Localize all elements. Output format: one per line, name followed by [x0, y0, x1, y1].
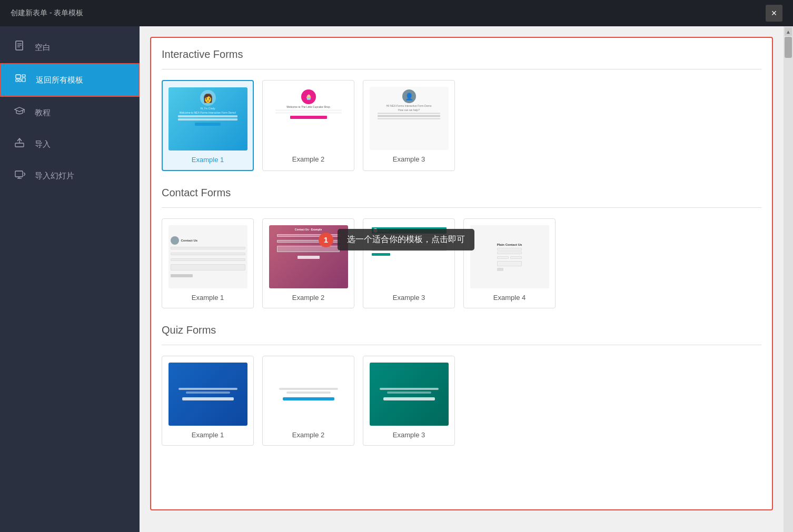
- pc-title: Plain Contact Us: [497, 243, 522, 246]
- quiz-example-1-label: Example 1: [192, 431, 224, 439]
- c2-btn: [298, 256, 320, 259]
- quiz-example-3-label: Example 3: [393, 431, 425, 439]
- interactive-thumb-2: 🧁 Welcome to The Little Cupcake Shop: [269, 87, 348, 150]
- cp-btn-1: [171, 274, 193, 277]
- quiz-forms-section: Quiz Forms Example 1: [162, 324, 761, 446]
- tutorial-icon: [13, 105, 26, 120]
- tooltip-badge: 1: [319, 233, 333, 247]
- contact-example-4-label: Example 4: [493, 294, 526, 302]
- blank-icon: [13, 40, 26, 55]
- interactive-thumb-3: 👤 Hi! NEX-Forms Interactive Form Demo Ho…: [370, 87, 449, 150]
- quiz-thumb-1: [168, 363, 247, 426]
- contact-thumb-1: Contact Us: [168, 225, 247, 288]
- c2-title: Contact Us - Example: [295, 228, 322, 231]
- cup-line-1: [275, 109, 342, 111]
- contact-forms-divider: [162, 207, 761, 208]
- pc-field-3b: [510, 256, 522, 259]
- quiz-forms-title: Quiz Forms: [162, 324, 761, 336]
- interactive-thumb-1: 👩 Hi, I'm Cindy Welcome to NEX-Forms Int…: [168, 87, 247, 150]
- sidebar-item-return-label: 返回所有模板: [36, 75, 83, 85]
- person-icon: 👩: [200, 90, 216, 106]
- cp-field-4: [171, 264, 245, 270]
- interactive-forms-section: Interactive Forms 👩 Hi, I'm Cindy Welcom…: [162, 48, 761, 171]
- svg-rect-10: [15, 143, 24, 147]
- svg-rect-8: [22, 78, 25, 82]
- grey-text-2: How can we help?: [398, 108, 420, 112]
- scrollbar: ▲: [784, 26, 793, 532]
- cp-row-1: Contact Us: [171, 236, 245, 245]
- import-slides-icon: [13, 168, 26, 183]
- cp-field-3: [171, 258, 245, 261]
- cp-avatar-1: [171, 236, 179, 245]
- svg-rect-5: [16, 79, 18, 82]
- quiz-thumb-2: [269, 363, 348, 426]
- sidebar-item-blank[interactable]: 空白: [0, 32, 140, 63]
- pc-field-1: [497, 248, 522, 250]
- grey-text-1: Hi! NEX-Forms Interactive Form Demo: [386, 104, 432, 107]
- svg-rect-12: [15, 171, 23, 177]
- cup-btn: [290, 116, 327, 119]
- cupcake-logo: 🧁: [301, 89, 316, 104]
- sidebar-item-return[interactable]: 返回所有模板: [0, 63, 140, 97]
- interactive-example-1-label: Example 1: [192, 156, 224, 164]
- app-title: 创建新表单 - 表单模板: [11, 8, 83, 18]
- preview-line-2: [178, 118, 238, 121]
- quiz-form-example-3[interactable]: Example 3: [363, 356, 455, 446]
- preview-text-2: Welcome to NEX-Forms Interactive Form De…: [180, 111, 236, 114]
- preview-text-1: Hi, I'm Cindy: [200, 107, 215, 110]
- tooltip-text: 选一个适合你的模板，点击即可: [338, 229, 474, 250]
- contact-form-example-1[interactable]: Contact Us Example 1: [162, 218, 254, 308]
- quiz-form-example-2[interactable]: Example 2: [262, 356, 354, 446]
- cp-field-1: [171, 247, 245, 249]
- quiz-form-example-1[interactable]: Example 1: [162, 356, 254, 446]
- svg-rect-6: [19, 79, 21, 82]
- cp-field-2: [171, 253, 245, 255]
- sidebar-item-import[interactable]: 导入: [0, 128, 140, 160]
- interactive-forms-title: Interactive Forms: [162, 48, 761, 61]
- main-layout: 空白 返回所有模板: [0, 26, 793, 532]
- return-icon: [14, 73, 27, 87]
- interactive-form-example-3[interactable]: 👤 Hi! NEX-Forms Interactive Form Demo Ho…: [363, 80, 455, 171]
- interactive-forms-divider: [162, 69, 761, 69]
- grey-avatar: 👤: [402, 89, 416, 103]
- grey-line-2: [378, 115, 440, 117]
- preview-line-1: [178, 115, 238, 117]
- sidebar-item-import-slides-label: 导入幻灯片: [35, 171, 74, 181]
- contact-forms-title: Contact Forms: [162, 187, 761, 199]
- quiz-forms-grid: Example 1 Example 2: [162, 356, 761, 446]
- pc-field-3a: [497, 256, 509, 259]
- pc-field-2: [497, 252, 522, 254]
- close-button[interactable]: ×: [766, 5, 782, 22]
- interactive-example-3-label: Example 3: [393, 155, 425, 163]
- sidebar-item-tutorial[interactable]: 教程: [0, 97, 140, 128]
- cup-text: Welcome to The Little Cupcake Shop: [286, 105, 330, 108]
- sidebar-item-tutorial-label: 教程: [35, 108, 51, 118]
- c3-btn: [372, 253, 391, 256]
- cup-line-2: [275, 112, 342, 114]
- contact-form-example-4[interactable]: Plain Contact Us Exa: [463, 218, 556, 308]
- preview-btn-1: [195, 123, 221, 126]
- quiz-example-2-label: Example 2: [292, 431, 324, 439]
- scroll-up-arrow[interactable]: ▲: [785, 27, 792, 36]
- interactive-form-example-1[interactable]: 👩 Hi, I'm Cindy Welcome to NEX-Forms Int…: [162, 80, 254, 171]
- svg-rect-7: [22, 75, 25, 77]
- sidebar: 空白 返回所有模板: [0, 26, 140, 532]
- interactive-forms-grid: 👩 Hi, I'm Cindy Welcome to NEX-Forms Int…: [162, 80, 761, 171]
- pc-btn: [497, 268, 503, 271]
- interactive-example-2-label: Example 2: [292, 155, 324, 163]
- grey-line-3: [378, 118, 440, 119]
- svg-rect-4: [16, 75, 21, 78]
- grey-line-1: [378, 113, 440, 114]
- sidebar-item-import-label: 导入: [35, 139, 51, 149]
- quiz-forms-divider: [162, 345, 761, 345]
- interactive-form-example-2[interactable]: 🧁 Welcome to The Little Cupcake Shop Exa…: [262, 80, 354, 171]
- scroll-thumb[interactable]: [785, 37, 792, 58]
- contact-example-3-label: Example 3: [393, 294, 425, 302]
- contact-example-1-label: Example 1: [192, 294, 224, 302]
- import-icon: [13, 137, 26, 152]
- quiz-thumb-3: [370, 363, 449, 426]
- pc-field-4: [497, 261, 522, 266]
- cp-title-1: Contact Us: [181, 239, 198, 242]
- sidebar-item-import-slides[interactable]: 导入幻灯片: [0, 160, 140, 192]
- sidebar-item-blank-label: 空白: [35, 43, 51, 53]
